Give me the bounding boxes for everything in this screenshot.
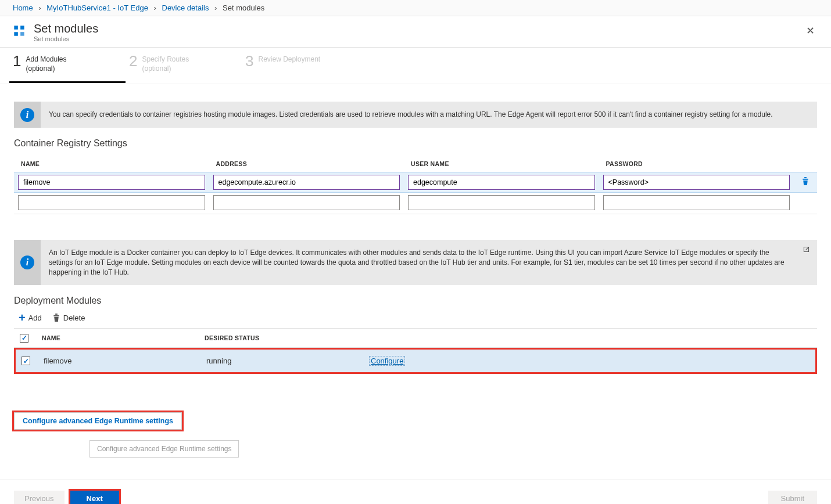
breadcrumb: Home › MyIoTHubService1 - IoT Edge › Dev…	[0, 0, 831, 16]
chevron-right-icon: ›	[38, 3, 41, 12]
col-username: USER NAME	[404, 156, 599, 172]
close-icon[interactable]: ✕	[801, 22, 819, 39]
registry-name-input[interactable]	[18, 195, 205, 210]
svg-rect-1	[804, 177, 807, 178]
info-banner-modules: i An IoT Edge module is a Docker contain…	[14, 240, 817, 285]
delete-module-button[interactable]: Delete	[52, 314, 85, 322]
col-password: PASSWORD	[599, 156, 794, 172]
configure-link[interactable]: Configure	[369, 356, 405, 366]
registry-username-input[interactable]	[408, 195, 595, 210]
wizard-steps: 1 Add Modules(optional) 2 Specify Routes…	[0, 48, 831, 84]
module-row[interactable]: filemove running Configure	[14, 348, 817, 375]
col-name: NAME	[14, 156, 209, 172]
registry-address-input[interactable]	[213, 175, 400, 190]
previous-button[interactable]: Previous	[14, 491, 65, 504]
configure-advanced-runtime-button[interactable]: Configure advanced Edge Runtime settings	[14, 412, 182, 430]
registry-table: NAME ADDRESS USER NAME PASSWORD	[14, 156, 817, 214]
next-button[interactable]: Next	[70, 491, 119, 504]
svg-rect-2	[53, 315, 59, 316]
set-modules-icon	[10, 22, 28, 39]
step-label: Specify Routes	[142, 55, 189, 63]
svg-rect-3	[55, 314, 58, 315]
module-status: running	[206, 357, 369, 365]
trash-icon	[52, 314, 60, 322]
registry-password-input[interactable]	[603, 195, 790, 210]
breadcrumb-service[interactable]: MyIoTHubService1 - IoT Edge	[46, 3, 148, 12]
module-name: filemove	[44, 357, 206, 365]
chevron-right-icon: ›	[214, 3, 217, 12]
step-sub: (optional)	[142, 64, 171, 73]
registry-row-empty	[14, 193, 817, 213]
submit-button[interactable]: Submit	[768, 491, 817, 504]
plus-icon: +	[19, 313, 26, 322]
info-banner-registry: i You can specify credentials to contain…	[14, 102, 817, 128]
step-specify-routes[interactable]: 2 Specify Routes(optional)	[126, 48, 242, 83]
step-review-deployment[interactable]: 3 Review Deployment	[242, 48, 358, 83]
step-number: 3	[245, 53, 253, 69]
step-add-modules[interactable]: 1 Add Modules(optional)	[9, 48, 126, 83]
step-number: 1	[13, 53, 21, 69]
registry-row	[14, 172, 817, 193]
info-icon: i	[20, 108, 34, 122]
section-title-deployment: Deployment Modules	[14, 296, 817, 306]
breadcrumb-home[interactable]: Home	[13, 3, 33, 12]
step-number: 2	[129, 53, 137, 69]
breadcrumb-device[interactable]: Device details	[162, 3, 209, 12]
wizard-footer: Previous Next Submit	[0, 480, 831, 504]
step-sub: (optional)	[26, 64, 55, 73]
section-title-registry: Container Registry Settings	[14, 138, 817, 149]
chevron-right-icon: ›	[154, 3, 156, 12]
breadcrumb-current: Set modules	[223, 3, 264, 12]
col-module-name: NAME	[42, 334, 205, 341]
registry-password-input[interactable]	[603, 175, 790, 190]
step-label: Review Deployment	[258, 55, 320, 63]
popout-icon[interactable]	[803, 246, 810, 256]
delete-row-button[interactable]	[794, 177, 817, 188]
module-checkbox[interactable]	[22, 357, 30, 365]
info-text: An IoT Edge module is a Docker container…	[41, 240, 817, 285]
delete-label: Delete	[63, 314, 85, 322]
info-text: You can specify credentials to container…	[41, 102, 817, 128]
page-subtitle: Set modules	[34, 35, 98, 42]
tooltip: Configure advanced Edge Runtime settings	[89, 440, 239, 458]
page-header: Set modules Set modules ✕	[0, 16, 831, 48]
modules-table: NAME DESIRED STATUS filemove running Con…	[14, 328, 817, 374]
step-label: Add Modules	[26, 55, 66, 63]
add-label: Add	[28, 314, 42, 322]
select-all-checkbox[interactable]	[20, 334, 28, 343]
registry-address-input[interactable]	[213, 195, 400, 210]
add-module-button[interactable]: + Add	[19, 313, 42, 322]
col-desired-status: DESIRED STATUS	[205, 334, 367, 341]
page-title: Set modules	[34, 22, 98, 35]
svg-rect-0	[803, 179, 808, 180]
registry-username-input[interactable]	[408, 175, 595, 190]
module-actions: + Add Delete	[19, 313, 817, 322]
col-address: ADDRESS	[209, 156, 404, 172]
info-icon: i	[20, 255, 34, 269]
registry-name-input[interactable]	[18, 175, 205, 190]
